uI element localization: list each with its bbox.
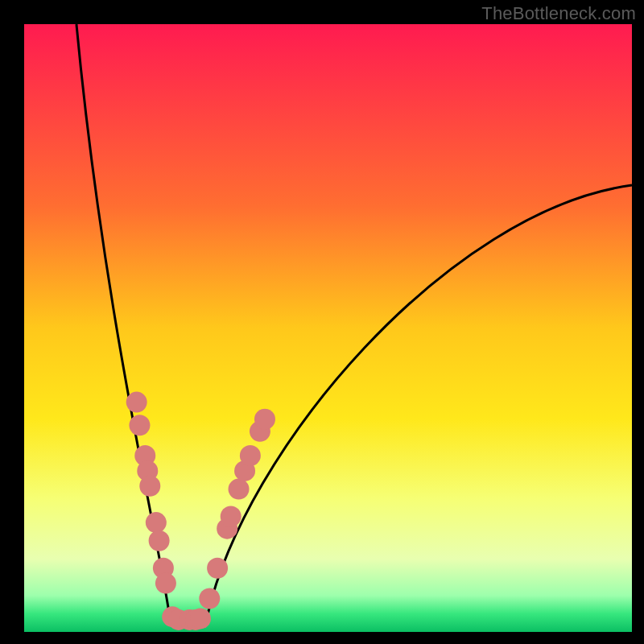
- data-marker: [207, 558, 228, 579]
- data-marker: [155, 573, 176, 594]
- chart-svg: [0, 0, 644, 644]
- data-marker: [139, 476, 160, 497]
- data-marker: [129, 415, 150, 436]
- watermark-text: TheBottleneck.com: [481, 3, 636, 24]
- plot-background: [24, 24, 632, 632]
- data-marker: [190, 608, 211, 629]
- data-marker: [146, 512, 167, 533]
- data-marker: [126, 392, 147, 413]
- chart-frame: TheBottleneck.com: [0, 0, 644, 644]
- data-marker: [149, 530, 170, 551]
- data-marker: [254, 409, 275, 430]
- data-marker: [199, 588, 220, 609]
- data-marker: [221, 506, 242, 527]
- data-marker: [229, 479, 250, 500]
- data-marker: [240, 445, 261, 466]
